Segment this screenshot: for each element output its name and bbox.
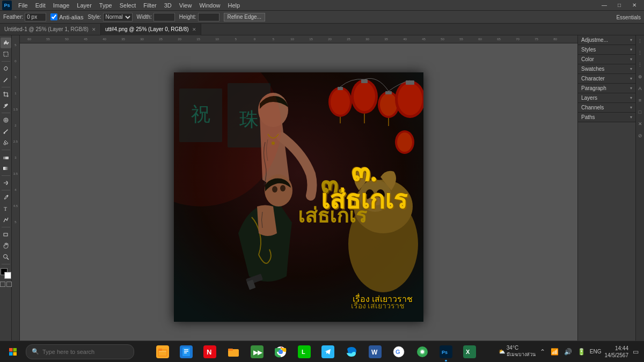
tab-utt4[interactable]: utt#4.png @ 25% (Layer 0, RGB/8) ✕	[101, 24, 201, 35]
menu-file[interactable]: File	[15, 0, 31, 11]
clock[interactable]: 14:44 14/5/2567	[604, 345, 628, 359]
panel-layers-header[interactable]: Layers ▾	[578, 93, 635, 102]
panel-styles-header[interactable]: Styles ▾	[578, 45, 635, 54]
zoom-tool[interactable]	[1, 252, 11, 262]
anti-alias-checkbox[interactable]	[50, 13, 57, 20]
tab-untitled-close[interactable]: ✕	[92, 27, 96, 32]
pen-tool[interactable]	[1, 192, 11, 203]
menu-image[interactable]: Image	[50, 0, 73, 11]
panel-character-header[interactable]: Character ▾	[578, 74, 635, 83]
start-button[interactable]	[0, 341, 26, 363]
panel-color-arrow: ▾	[630, 57, 632, 62]
taskbar-app-maps[interactable]	[412, 341, 433, 363]
healing-brush-tool[interactable]	[1, 115, 11, 125]
tab-utt4-close[interactable]: ✕	[192, 27, 196, 32]
width-input[interactable]	[153, 13, 175, 21]
panel-color-header[interactable]: Color ▾	[578, 55, 635, 64]
selection-tool[interactable]	[1, 49, 11, 60]
panel-icon-6[interactable]: ≡	[636, 97, 644, 104]
screen-mode-btn[interactable]	[6, 282, 12, 287]
panel-channels-header[interactable]: Channels ▾	[578, 103, 635, 112]
menu-layer[interactable]: Layer	[74, 0, 95, 11]
height-input[interactable]	[198, 13, 219, 21]
text-tool[interactable]: T	[1, 203, 11, 214]
background-color[interactable]	[4, 272, 11, 279]
taskbar-app-notepad[interactable]	[175, 341, 197, 363]
ruler-h-mark: 5	[264, 38, 283, 41]
panel-swatches: Swatches ▾	[578, 64, 635, 74]
dodge-tool[interactable]	[1, 178, 11, 188]
menu-view[interactable]: View	[176, 0, 195, 11]
panel-icon-2[interactable]: ⋮	[636, 49, 644, 57]
taskbar-app-word[interactable]: W	[364, 341, 386, 363]
menu-window[interactable]: Window	[196, 0, 223, 11]
path-selection-tool[interactable]	[1, 215, 11, 225]
panel-icon-9[interactable]: ⊘	[636, 132, 644, 139]
minimize-button[interactable]: —	[597, 0, 612, 11]
menu-help[interactable]: Help	[225, 0, 244, 11]
panel-icon-5[interactable]: A	[636, 85, 644, 92]
volume-icon[interactable]: 🔊	[563, 347, 573, 357]
search-input[interactable]	[42, 349, 128, 355]
magic-wand-tool[interactable]	[1, 75, 11, 85]
show-desktop[interactable]: ▭	[632, 347, 640, 357]
panel-icon-1[interactable]: ⋮	[636, 38, 644, 45]
network-icon[interactable]: 📶	[550, 347, 560, 357]
panel-icon-8[interactable]: ✕	[636, 120, 644, 128]
hand-tool[interactable]	[1, 240, 11, 251]
ruler-h-mark: 30	[358, 38, 377, 41]
menu-edit[interactable]: Edit	[32, 0, 49, 11]
gradient-tool[interactable]	[1, 163, 11, 174]
shape-tool[interactable]	[1, 229, 11, 240]
taskbar-app-edge[interactable]	[341, 341, 362, 363]
taskbar-app-5[interactable]: ▶▶	[246, 341, 268, 363]
eraser-tool[interactable]	[1, 152, 11, 162]
toolbar-divider-6	[2, 190, 10, 190]
move-tool[interactable]	[1, 38, 11, 48]
show-hidden-icons[interactable]: ⌃	[539, 347, 546, 357]
panel-icons: ⋮ ⋮ ⋮ ⊕ A ≡ □ ✕ ⊘	[635, 35, 644, 350]
close-button[interactable]: ✕	[627, 0, 642, 11]
panel-adjustments-header[interactable]: Adjustme... ▾	[578, 35, 635, 45]
maximize-button[interactable]: □	[612, 0, 627, 11]
svg-rect-8	[5, 157, 9, 159]
eyedropper-tool[interactable]	[1, 100, 11, 111]
panel-icon-4[interactable]: ⊕	[636, 73, 644, 80]
telegram-icon	[321, 345, 334, 358]
menu-filter[interactable]: Filter	[140, 0, 159, 11]
panel-paragraph-header[interactable]: Paragraph ▾	[578, 84, 635, 93]
taskbar-app-folder[interactable]	[223, 341, 244, 363]
menu-type[interactable]: Type	[96, 0, 115, 11]
menu-bar: Ps File Edit Image Layer Type Select Fil…	[0, 0, 644, 11]
lasso-tool[interactable]	[1, 63, 11, 74]
main-layout: T 5 0 5 1 1.5	[0, 35, 644, 350]
crop-tool[interactable]	[1, 89, 11, 100]
language-indicator[interactable]: ENG	[590, 349, 602, 354]
taskbar-app-photoshop[interactable]: Ps	[435, 341, 457, 363]
canvas-container[interactable]: 祝 珠	[20, 43, 577, 350]
svg-line-1	[4, 79, 7, 82]
taskbar-app-google[interactable]: G	[388, 341, 409, 363]
brush-tool[interactable]	[1, 126, 11, 137]
panel-paths-header[interactable]: Paths ▾	[578, 113, 635, 122]
panel-icon-7[interactable]: □	[636, 108, 644, 116]
refine-edge-button[interactable]: Refine Edge...	[224, 13, 265, 21]
taskbar-app-netflix[interactable]: N	[199, 341, 221, 363]
clone-stamp-tool[interactable]	[1, 137, 11, 148]
panel-icon-3[interactable]: ⋮	[636, 61, 644, 69]
battery-icon[interactable]: 🔋	[576, 347, 587, 357]
feather-input[interactable]	[25, 13, 46, 21]
quick-mask-btn[interactable]	[0, 282, 5, 287]
taskbar-search[interactable]: 🔍	[26, 344, 134, 359]
canvas-area: 60 55 50 45 40 35 30 25 20 15 10 5 0 5 1…	[20, 35, 577, 350]
tab-untitled[interactable]: Untitled-1 @ 25% (Layer 1, RGB/8) ✕	[0, 24, 101, 35]
style-select[interactable]: Normal	[103, 13, 133, 21]
taskbar-app-excel[interactable]: X	[459, 341, 480, 363]
panel-swatches-header[interactable]: Swatches ▾	[578, 64, 635, 73]
menu-select[interactable]: Select	[116, 0, 140, 11]
taskbar-app-line[interactable]: L	[294, 341, 315, 363]
taskbar-app-chrome[interactable]	[270, 341, 291, 363]
taskbar-app-file-explorer[interactable]	[152, 341, 173, 363]
menu-3d[interactable]: 3D	[161, 0, 175, 11]
taskbar-app-telegram[interactable]	[317, 341, 339, 363]
